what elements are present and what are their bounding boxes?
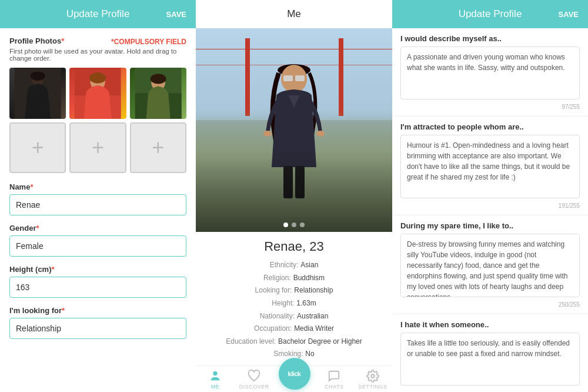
svg-point-20 — [213, 371, 217, 376]
gender-label: Gender* — [9, 224, 186, 232]
spare-time-char-count: 250/255 — [400, 301, 580, 308]
profile-info: Renae, 23 Ethnicity: Asian Religion: Bud… — [196, 232, 392, 366]
svg-point-21 — [371, 374, 375, 378]
nav-me-label: ME — [211, 384, 220, 390]
looking-for-input[interactable] — [9, 318, 186, 339]
nationality-label: Nationality: — [260, 310, 295, 323]
dot-1[interactable] — [283, 222, 288, 227]
klick-label: klick — [288, 370, 301, 377]
add-photo-icon-5: + — [92, 135, 104, 160]
occupation-row: Occupation: Media Writer — [205, 323, 383, 335]
photo-gradient-overlay — [196, 151, 392, 232]
svg-point-16 — [263, 131, 272, 137]
bridge-tower-left — [245, 38, 250, 116]
height-label: Height (cm)* — [9, 265, 186, 274]
middle-header: Me — [196, 0, 392, 28]
nav-chats-label: CHATS — [325, 384, 343, 390]
attracted-section: I'm attracted to people whom are.. 191/2… — [392, 117, 588, 215]
heart-icon — [248, 370, 260, 383]
left-save-button[interactable]: SAVE — [166, 10, 186, 19]
dot-3[interactable] — [300, 222, 305, 227]
hate-label: I hate it when someone.. — [400, 320, 580, 329]
profile-photo-area — [196, 28, 392, 232]
chat-icon — [328, 370, 340, 383]
nav-discover[interactable]: DISCOVER — [239, 370, 269, 390]
svg-point-17 — [316, 131, 325, 137]
photos-section: Profile Photos* *COMPULSORY FIELD First … — [9, 36, 186, 173]
photos-label: Profile Photos* — [9, 36, 64, 45]
height-key-value: 1.63m — [296, 297, 316, 310]
left-header: Update Profile SAVE — [0, 0, 196, 28]
nationality-row: Nationality: Australian — [205, 310, 383, 323]
middle-title: Me — [287, 8, 301, 19]
spare-time-textarea[interactable] — [400, 234, 580, 297]
looking-for-label: I'm looking for* — [9, 306, 186, 315]
right-save-button[interactable]: SAVE — [559, 10, 579, 19]
describe-label: I would describe myself as.. — [400, 34, 580, 43]
nav-settings-label: SETTINGS — [359, 384, 387, 390]
nav-discover-label: DISCOVER — [239, 384, 269, 390]
profile-details: Ethnicity: Asian Religion: Buddhism Look… — [205, 259, 383, 361]
photo-slot-2[interactable] — [69, 68, 126, 119]
nav-settings[interactable]: SETTINGS — [358, 370, 387, 390]
photo-slot-3[interactable] — [130, 68, 186, 119]
pagination-dots — [196, 222, 392, 227]
middle-panel: Me — [196, 0, 392, 392]
spare-time-label: During my spare time, I like to.. — [400, 221, 580, 230]
religion-label: Religion: — [263, 272, 291, 285]
add-photo-icon-6: + — [152, 135, 164, 160]
ethnicity-row: Ethnicity: Asian — [205, 259, 383, 272]
ethnicity-value: Asian — [300, 259, 318, 272]
name-label: Name* — [9, 182, 186, 191]
religion-value: Buddhism — [293, 272, 325, 285]
attracted-label: I'm attracted to people whom are.. — [400, 122, 580, 131]
occupation-label: Occupation: — [254, 323, 292, 335]
right-header: Update Profile SAVE — [392, 0, 588, 28]
describe-textarea[interactable] — [400, 46, 580, 99]
describe-char-count: 97/255 — [400, 104, 580, 110]
nationality-value: Australian — [297, 310, 328, 323]
height-row: Height: 1.63m — [205, 297, 383, 310]
nav-klick[interactable]: klick — [279, 370, 310, 390]
education-value: Bachelor Degree or Higher — [278, 335, 362, 348]
right-header-title: Update Profile — [459, 8, 522, 20]
klick-button[interactable]: klick — [279, 358, 310, 390]
photo-slot-4[interactable]: + — [9, 122, 66, 174]
bottom-nav: ME DISCOVER klick CHATS SETTINGS — [196, 366, 392, 392]
photo-slot-6[interactable]: + — [130, 122, 186, 174]
bridge-tower-right — [339, 38, 343, 116]
photo-slot-1[interactable] — [9, 68, 66, 119]
smoking-value: No — [305, 348, 314, 361]
gear-icon — [366, 370, 379, 383]
hate-textarea[interactable] — [400, 333, 580, 386]
gender-field-group: Gender* — [9, 224, 186, 257]
height-input[interactable] — [9, 277, 186, 298]
nav-chats[interactable]: CHATS — [319, 370, 349, 390]
occupation-value: Media Writer — [294, 323, 334, 335]
name-field-group: Name* — [9, 182, 186, 215]
svg-rect-14 — [295, 75, 305, 81]
spare-time-section: During my spare time, I like to.. 250/25… — [392, 215, 588, 314]
describe-section: I would describe myself as.. 97/255 — [392, 28, 588, 117]
looking-for-value: Relationship — [294, 284, 333, 297]
profile-name: Renae, 23 — [205, 239, 383, 254]
nav-me[interactable]: ME — [201, 370, 230, 390]
height-field-group: Height (cm)* — [9, 265, 186, 298]
photo-slot-5[interactable]: + — [69, 122, 126, 174]
attracted-textarea[interactable] — [400, 135, 580, 198]
left-body: Profile Photos* *COMPULSORY FIELD First … — [0, 28, 196, 392]
photo-grid: + + + — [9, 68, 186, 173]
svg-point-6 — [89, 72, 106, 84]
dot-2[interactable] — [292, 222, 296, 227]
attracted-char-count: 191/255 — [400, 202, 580, 209]
religion-row: Religion: Buddhism — [205, 272, 383, 285]
left-panel: Update Profile SAVE Profile Photos* *COM… — [0, 0, 196, 392]
svg-point-2 — [31, 71, 45, 81]
gender-input[interactable] — [9, 235, 186, 257]
right-panel: Update Profile SAVE I would describe mys… — [392, 0, 588, 392]
name-input[interactable] — [9, 194, 186, 215]
looking-for-field-group: I'm looking for* — [9, 306, 186, 339]
education-row: Education level: Bachelor Degree or High… — [205, 335, 383, 348]
education-label: Education level: — [226, 335, 276, 348]
left-header-title: Update Profile — [66, 8, 130, 20]
